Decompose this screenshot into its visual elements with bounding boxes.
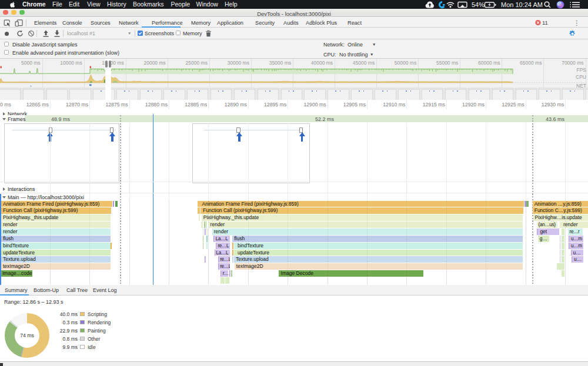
svg-text:74 ms: 74 ms: [20, 333, 34, 338]
svg-text:54%: 54%: [472, 1, 485, 8]
svg-text:Mon 10:24 AM: Mon 10:24 AM: [501, 1, 543, 8]
svg-text:11: 11: [542, 19, 548, 26]
